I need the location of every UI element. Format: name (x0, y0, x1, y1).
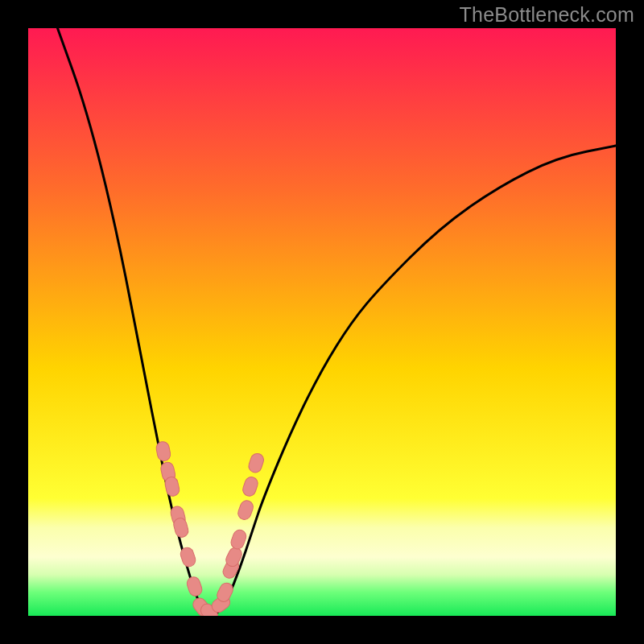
svg-rect-3 (163, 476, 180, 497)
svg-rect-7 (185, 576, 204, 598)
curve-marker (185, 576, 204, 598)
svg-rect-15 (236, 499, 254, 522)
curve-path (58, 28, 617, 616)
chart-frame: TheBottleneck.com (0, 0, 644, 644)
curve-marker (155, 440, 171, 462)
curve-marker (229, 528, 248, 551)
svg-rect-17 (247, 452, 266, 474)
svg-rect-16 (242, 475, 260, 497)
curve-marker (242, 475, 260, 497)
svg-rect-1 (155, 440, 171, 462)
curve-marker (163, 476, 180, 497)
bottleneck-curve (28, 28, 616, 616)
curve-marker (236, 499, 254, 522)
plot-area (28, 28, 616, 616)
watermark-text: TheBottleneck.com (460, 3, 634, 27)
svg-rect-14 (229, 528, 248, 551)
curve-marker (247, 452, 266, 474)
